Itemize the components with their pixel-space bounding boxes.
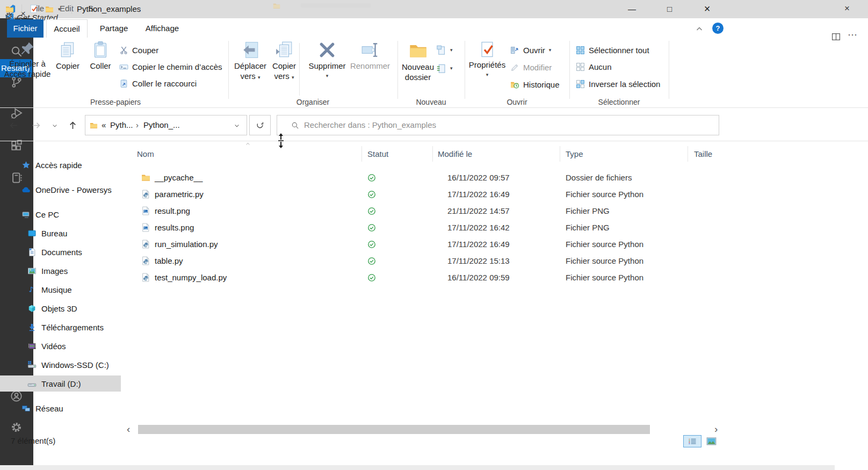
table-row[interactable]: result.png 21/11/2022 14:57 Fichier PNG [0, 203, 868, 220]
run-debug-icon[interactable] [10, 107, 23, 120]
tab-fichier[interactable]: Fichier [7, 19, 44, 38]
3d-objects-icon [27, 304, 37, 313]
sync-status-icon [367, 207, 376, 215]
column-header-type[interactable]: Type [566, 149, 583, 158]
table-row[interactable]: test_numpy_load.py 16/11/2022 09:59 Fich… [0, 270, 868, 286]
history-button[interactable]: Historique [510, 77, 560, 91]
refresh-button[interactable] [249, 115, 271, 135]
sidebar-item-downloads[interactable]: Téléchargements [0, 319, 104, 335]
music-icon [27, 285, 37, 294]
copy-to-button[interactable]: Copier vers ▾ [265, 41, 303, 83]
sync-status-icon [367, 257, 376, 265]
dropdown-caret-icon: ▾ [326, 71, 329, 81]
breadcrumb-current[interactable]: Python_... [143, 120, 180, 129]
dropdown-caret-icon: ▾ [292, 75, 294, 80]
group-label-organize: Organiser [228, 98, 397, 106]
divider [397, 41, 398, 99]
maximize-button[interactable]: □ [657, 0, 682, 18]
column-header-modified[interactable]: Modifié le [438, 149, 472, 158]
table-row[interactable]: parametric.py 17/11/2022 16:49 Fichier s… [0, 186, 868, 203]
copy-button[interactable]: Copier [51, 41, 84, 71]
breadcrumb-parent[interactable]: Pyth... [110, 120, 133, 129]
table-row[interactable]: __pycache__ 16/11/2022 09:57 Dossier de … [0, 170, 868, 186]
scroll-left-icon[interactable]: ‹ [127, 423, 130, 435]
up-icon[interactable] [68, 121, 77, 130]
rename-button[interactable]: Renommer [349, 41, 392, 71]
sidebar-item-data-drive[interactable]: Travail (D:) [0, 375, 81, 392]
dropdown-caret-icon: ▾ [450, 47, 453, 53]
delete-x-icon [318, 41, 336, 59]
horizontal-scrollbar-thumb[interactable] [138, 425, 650, 434]
column-header-status[interactable]: Statut [367, 149, 388, 158]
split-editor-icon[interactable] [831, 32, 841, 41]
sidebar-item-3d-objects[interactable]: Objets 3D [0, 300, 77, 316]
paste-button[interactable]: Coller [85, 41, 116, 71]
pin-icon [19, 41, 35, 57]
new-item-button[interactable]: ▾ [436, 43, 453, 57]
new-item-icon [436, 45, 446, 55]
properties-icon [479, 41, 496, 58]
table-row[interactable]: table.py 17/11/2022 15:13 Fichier source… [0, 253, 868, 270]
move-to-button[interactable]: Déplacer vers ▾ [232, 41, 269, 83]
column-header-size[interactable]: Taille [694, 149, 712, 158]
easy-access-button[interactable]: ▾ [436, 61, 453, 75]
thumbnails-view-button[interactable] [705, 436, 717, 446]
divider [0, 141, 868, 141]
copy-to-icon [275, 41, 293, 59]
forward-icon[interactable] [32, 121, 41, 130]
cut-button[interactable]: Couper [119, 43, 158, 57]
python-file-icon [141, 190, 150, 199]
select-all-button[interactable]: Sélectionner tout [576, 43, 649, 57]
breadcrumb-separator-icon: › [136, 120, 139, 129]
more-actions-icon[interactable]: ⋯ [848, 29, 857, 41]
paste-shortcut-button[interactable]: Coller le raccourci [119, 76, 197, 90]
properties-button[interactable]: Propriétés ▾ [468, 41, 506, 80]
qat-new-folder-icon[interactable] [45, 5, 54, 13]
sidebar-item-network[interactable]: Réseau [0, 400, 63, 416]
clipboard-icon [91, 41, 110, 59]
search-icon [291, 121, 299, 129]
delete-button[interactable]: Supprimer ▾ [308, 41, 346, 81]
open-button[interactable]: Ouvrir ▾ [510, 43, 551, 57]
divider [228, 41, 229, 99]
invert-selection-button[interactable]: Inverser la sélection [576, 77, 660, 91]
recent-locations-caret-icon[interactable] [52, 122, 58, 129]
vscode-window-close-icon[interactable]: × [844, 3, 850, 14]
dropdown-caret-icon: ▾ [549, 47, 552, 53]
collapse-ribbon-icon[interactable] [695, 25, 704, 33]
scroll-right-icon[interactable]: › [714, 423, 718, 435]
settings-gear-icon[interactable] [10, 421, 23, 433]
open-icon [510, 46, 519, 55]
edit-button[interactable]: Modifier [510, 60, 552, 74]
table-row[interactable]: results.png 17/11/2022 16:42 Fichier PNG [0, 220, 868, 236]
divider [569, 41, 570, 99]
tab-partage[interactable]: Partage [95, 19, 133, 38]
sidebar-item-system-drive[interactable]: Windows-SSD (C:) [0, 357, 109, 373]
select-none-button[interactable]: Aucun [576, 60, 612, 74]
sort-ascending-icon [244, 141, 251, 147]
address-dropdown-icon[interactable] [234, 122, 240, 129]
python-file-icon [141, 273, 150, 282]
history-icon [510, 80, 519, 89]
help-button[interactable]: ? [712, 23, 724, 34]
minimize-button[interactable]: — [619, 0, 645, 18]
qat-properties-icon[interactable] [29, 4, 38, 13]
png-file-icon [141, 223, 150, 232]
table-row[interactable]: run_simulation.py 17/11/2022 16:49 Fichi… [0, 236, 868, 253]
pin-quick-access-button[interactable]: Épingler à Accès rapide [3, 41, 52, 79]
column-header-name[interactable]: Nom [137, 149, 154, 158]
back-icon[interactable] [9, 121, 18, 130]
folder-icon [90, 121, 98, 129]
close-button[interactable]: × [695, 0, 720, 18]
breadcrumb-guillemet[interactable]: « [102, 120, 106, 129]
search-input[interactable]: Rechercher dans : Python_examples [277, 115, 719, 135]
copy-path-button[interactable]: Copier le chemin d’accès [119, 60, 222, 74]
new-folder-button[interactable]: Nouveau dossier [399, 41, 437, 82]
qat-customize-caret-icon[interactable]: ▾ [58, 6, 61, 12]
address-bar[interactable]: « Pyth... › Python_... [85, 115, 247, 135]
details-view-button[interactable] [683, 435, 701, 447]
tab-affichage[interactable]: Affichage [140, 19, 185, 38]
sidebar-item-videos[interactable]: Vidéos [0, 338, 66, 354]
tab-accueil[interactable]: Accueil [46, 19, 88, 38]
divider [688, 146, 688, 162]
